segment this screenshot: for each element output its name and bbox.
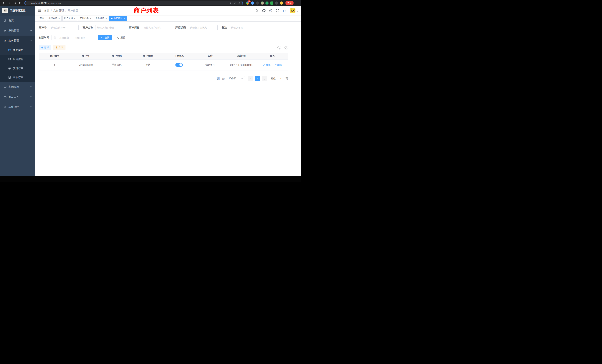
col-actions: 操作 [257,53,288,60]
prev-page-icon[interactable] [248,76,253,81]
yen-icon: ¥ [4,39,7,42]
full-name-input[interactable] [97,26,123,29]
breadcrumb-separator: / [65,9,66,12]
chevron-down-icon [30,86,32,88]
show-search-toggle-icon[interactable] [276,45,281,50]
merchant-card-icon [8,49,11,52]
extension-icon[interactable] [280,1,283,5]
page-annotation: 商户列表 [134,7,159,15]
browser-home-icon[interactable] [18,1,22,5]
merchant-no-input[interactable] [51,26,76,29]
close-icon[interactable]: × [90,17,91,20]
search-icon[interactable] [255,9,258,12]
add-button-label: 新增 [44,46,49,49]
jump-page-input[interactable] [277,76,284,81]
remark-input[interactable] [231,26,261,29]
app-logo[interactable]: 芋道管理系统 [0,6,35,16]
toolbox-icon [4,96,7,98]
user-avatar[interactable] [290,8,298,13]
fullscreen-icon[interactable] [276,9,279,12]
browser-back-icon[interactable] [2,1,6,5]
extension-icon[interactable] [256,1,259,5]
menu-label: 工作流程 [9,105,19,109]
sidebar-item-home[interactable]: 首页 [0,16,35,26]
date-start-input[interactable] [57,36,71,39]
date-end-input[interactable] [74,36,87,39]
browser-reload-icon[interactable] [13,1,17,5]
github-icon[interactable] [262,9,266,12]
sidebar-item-merchant-info[interactable]: 商户信息 [0,46,35,55]
desktop-strip [0,176,301,182]
tab-user-group[interactable]: 用户分组× [63,16,77,21]
svg-text:T: T [283,10,284,12]
search-button[interactable]: 搜索 [98,35,112,40]
extension-icon[interactable] [270,1,273,5]
breadcrumb-payment[interactable]: 支付管理 [53,9,64,12]
edit-link[interactable]: 修改 [263,63,270,66]
chevron-up-icon [30,40,32,42]
status-select-input[interactable] [190,26,212,29]
extension-icon[interactable] [261,1,264,5]
password-key-icon[interactable] [230,2,233,4]
sidebar: 芋道管理系统 首页 系统管理 ¥ 支付管理 [0,6,35,176]
document-icon [8,76,11,79]
close-icon[interactable]: × [123,17,125,20]
hamburger-icon[interactable] [35,9,44,12]
close-icon[interactable]: × [106,17,107,20]
extension-icon[interactable] [275,1,278,5]
menu-label: 研发工具 [9,95,19,99]
close-icon[interactable]: × [74,17,76,20]
address-bar[interactable]: localhost:1024/pay/merchant [24,1,243,5]
sidebar-item-app-info[interactable]: 应用信息 [0,55,35,64]
workflow-icon [4,106,7,108]
browser-menu-icon[interactable]: ⋮ [295,1,299,5]
sidebar-item-workflow[interactable]: 工作流程 [0,102,35,112]
sidebar-item-system[interactable]: 系统管理 [0,26,35,36]
short-name-input[interactable] [144,26,169,29]
font-size-icon[interactable]: TT [283,9,286,12]
status-select[interactable] [188,25,218,30]
sidebar-item-payment[interactable]: ¥ 支付管理 [0,36,35,46]
tab-label: 商户信息 [113,17,122,20]
tab-pay-order[interactable]: 支付订单× [78,16,93,21]
browser-extensions: 10 [246,1,283,5]
refresh-icon[interactable] [283,45,288,50]
date-range-picker[interactable]: - [52,35,94,40]
sidebar-item-pay-order[interactable]: 支付订单 [0,64,35,73]
breadcrumb-home[interactable]: 首页 [44,9,49,12]
total-rest: 1 条 [220,77,225,80]
delete-link[interactable]: 删除 [275,63,282,66]
cell-short-name: 芋艿 [132,60,163,70]
add-button[interactable]: 新增 [39,45,51,50]
share-icon[interactable] [234,2,237,4]
sidebar-item-devtools[interactable]: 研发工具 [0,92,35,102]
extension-icon[interactable]: 10 [246,1,249,5]
page-number-1[interactable]: 1 [255,76,260,81]
tab-label: 首页 [40,17,44,20]
bookmark-star-icon[interactable] [238,2,241,4]
sidebar-menu: 首页 系统管理 ¥ 支付管理 [0,16,35,112]
monitor-icon [4,86,7,88]
sidebar-item-infrastructure[interactable]: 基础设施 [0,82,35,92]
tab-home[interactable]: 首页 [38,16,46,21]
tab-label: 支付订单 [80,17,89,20]
extension-icon[interactable] [251,1,254,5]
reset-button[interactable]: 重置 [114,35,128,40]
tab-process-form[interactable]: 流程表单× [47,16,62,21]
breadcrumb: 首页 / 支付管理 / 商户信息 [44,9,78,12]
tab-merchant-info[interactable]: 商户信息× [109,16,127,21]
tab-refund-order[interactable]: 退款订单× [94,16,109,21]
status-toggle[interactable] [175,63,183,67]
browser-forward-icon[interactable] [8,1,11,5]
export-button[interactable]: 导出 [53,45,65,50]
site-info-icon[interactable] [27,2,29,4]
chevron-down-icon [30,96,32,98]
sidebar-item-refund-order[interactable]: 退款订单 [0,73,35,82]
browser-update-button[interactable]: 更新 [285,1,294,5]
menu-label: 支付订单 [13,67,23,70]
close-icon[interactable]: × [58,17,60,20]
extension-icon[interactable] [265,1,269,5]
page-size-select[interactable]: 10条/页 [227,76,245,81]
next-page-icon[interactable] [262,76,267,81]
help-icon[interactable]: ? [269,9,272,12]
